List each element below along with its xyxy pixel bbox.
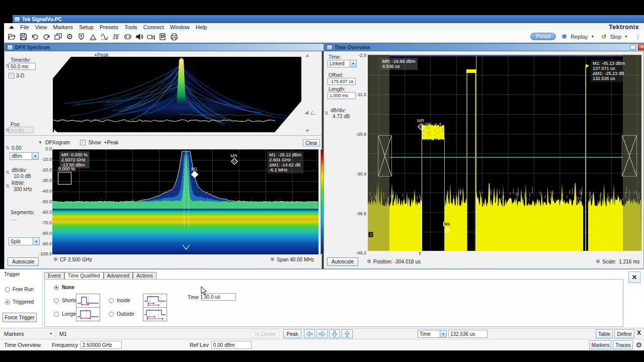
tab-actions[interactable]: Actions: [133, 272, 156, 279]
dpxogram-autoscale-button[interactable]: Autoscale: [8, 257, 39, 266]
spectrum-icon[interactable]: [88, 32, 98, 41]
next-peak-button[interactable]: [316, 329, 328, 338]
none-radio[interactable]: None: [54, 285, 74, 290]
title-bar[interactable]: Tek SignalVu-PC: [13, 15, 644, 23]
threed-checkbox[interactable]: ✓ 3-D: [9, 73, 24, 78]
threshold-line[interactable]: [389, 157, 623, 158]
stop-button[interactable]: Stop: [610, 34, 621, 40]
timediv-input[interactable]: 50.0 ms: [9, 63, 36, 70]
peak-button[interactable]: Peak: [283, 329, 301, 338]
offset-input[interactable]: -175.837 us: [328, 78, 356, 85]
marker-readout-type-select[interactable]: Time▼: [418, 330, 447, 338]
reflev-input[interactable]: 0.00 dBm: [211, 341, 252, 349]
menu-help[interactable]: Help: [193, 24, 210, 31]
lower-peak-button[interactable]: [329, 329, 340, 338]
stop-dropdown-icon[interactable]: ▼: [624, 35, 628, 38]
reflevel-spinner-icon[interactable]: ⇅: [6, 145, 10, 150]
eject-icon[interactable]: [9, 26, 14, 29]
settings-gear-icon[interactable]: ⚙: [65, 32, 74, 41]
tab-event[interactable]: Event: [44, 272, 64, 279]
status-settings-gear-icon[interactable]: ⚙: [635, 341, 642, 349]
tab-time-qualified[interactable]: Time Qualified: [64, 272, 104, 279]
clear-button[interactable]: Clear: [303, 139, 320, 146]
markers-dropdown-icon[interactable]: ▼: [49, 332, 53, 335]
region-badge[interactable]: 2: [368, 232, 373, 237]
position-readout[interactable]: Position: -304.018 us: [373, 259, 421, 264]
tile-windows-icon[interactable]: [53, 32, 63, 41]
restore-window-icon[interactable]: [630, 45, 636, 50]
inside-radio[interactable]: Inside: [109, 298, 130, 303]
splitter[interactable]: [5, 135, 321, 136]
menu-view[interactable]: View: [32, 24, 50, 31]
print-icon[interactable]: [169, 32, 179, 41]
analysis-length-bar[interactable]: [389, 55, 623, 56]
status-traces-button[interactable]: Traces: [613, 340, 633, 349]
rbw-spinner-icon[interactable]: ⇅: [6, 184, 10, 189]
show-checkbox[interactable]: ✓: [80, 140, 86, 145]
scroll-down-icon[interactable]: [305, 130, 309, 132]
triggered-radio[interactable]: Triggered: [5, 299, 34, 305]
undo-icon[interactable]: [30, 32, 40, 41]
rotate-3d-icon[interactable]: [304, 111, 308, 114]
frequency-input[interactable]: 2.50000 GHz: [80, 341, 122, 349]
tab-advanced[interactable]: Advanced: [104, 272, 133, 279]
selected-marker[interactable]: M1: [59, 331, 67, 337]
to-marker-m1-chip[interactable]: M1: [443, 222, 451, 226]
cf-label[interactable]: CF 2.500 GHz: [60, 257, 92, 262]
camera-icon[interactable]: [146, 32, 155, 41]
right-region-handle[interactable]: [622, 135, 637, 176]
p-flag-icon[interactable]: [157, 32, 167, 41]
outside-radio[interactable]: Outside: [109, 311, 134, 317]
pan-icon[interactable]: ⊕: [367, 258, 371, 264]
pan-icon[interactable]: ⊕: [270, 256, 274, 262]
threed-checkbox-box[interactable]: ✓: [9, 73, 14, 78]
span-label[interactable]: Span 40.00 MHz: [277, 257, 314, 262]
status-markers-button[interactable]: Markers: [589, 340, 611, 349]
dpxogram-plot[interactable]: MR: 0.000 % 2.5072 GHz -13.50 dBm 0.000 …: [52, 149, 318, 254]
eye-diagram-icon[interactable]: [123, 32, 132, 41]
scale-readout[interactable]: Scale: 1.216 ms: [602, 259, 640, 264]
split-select[interactable]: Split▼: [9, 237, 40, 245]
table-button[interactable]: Table: [596, 329, 613, 338]
prev-peak-button[interactable]: [304, 329, 315, 338]
dbdiv-value[interactable]: 10.0 dB: [14, 173, 31, 179]
pan-icon[interactable]: ⊕: [53, 256, 57, 262]
longer-radio[interactable]: Longer: [54, 311, 77, 317]
audio-speaker-icon[interactable]: [134, 32, 144, 41]
free-run-radio[interactable]: Free Run: [5, 287, 34, 292]
marker-tool-icon[interactable]: [76, 32, 86, 41]
higher-peak-button[interactable]: [342, 329, 353, 338]
pan-icon[interactable]: ⊕: [596, 258, 600, 264]
replay-button[interactable]: Replay: [571, 34, 588, 40]
shorter-radio[interactable]: Shorter: [54, 298, 78, 303]
dbdiv-spinner-icon[interactable]: ⇅: [6, 170, 10, 175]
redo-icon[interactable]: [42, 32, 51, 41]
menu-connect[interactable]: Connect: [140, 24, 167, 31]
length-input[interactable]: 1.000 ms: [328, 92, 356, 99]
menu-presets[interactable]: Presets: [97, 24, 121, 31]
rbw-value[interactable]: 300 kHz: [14, 187, 32, 192]
ref-level-value[interactable]: 0.00: [12, 145, 21, 151]
menu-file[interactable]: File: [17, 24, 32, 31]
marker-value-input[interactable]: 132.536 us: [448, 330, 488, 338]
time-overview-plot[interactable]: MR: -19.89 dBm 4.536 us M1: -45.13 dBm 1…: [368, 55, 641, 251]
replay-dropdown-icon[interactable]: ▼: [591, 35, 594, 38]
menu-tools[interactable]: Tools: [121, 24, 140, 31]
to-autoscale-button[interactable]: Autoscale: [327, 257, 358, 266]
collapse-icon[interactable]: ▼: [38, 140, 42, 145]
menu-markers[interactable]: Markers: [50, 24, 76, 31]
unit-select[interactable]: dBm▼: [10, 152, 39, 160]
pulse-icon[interactable]: [111, 32, 121, 41]
force-trigger-button[interactable]: Force Trigger: [3, 313, 37, 322]
scroll-up-icon[interactable]: [305, 54, 309, 57]
tilt-3d-icon[interactable]: [310, 111, 318, 115]
left-region-handle[interactable]: [378, 135, 392, 176]
time-overview-header[interactable]: Time Overview ✕: [324, 43, 644, 51]
menu-setup[interactable]: Setup: [76, 24, 97, 31]
waveform-icon[interactable]: [100, 32, 109, 41]
toolbar-overflow-icon[interactable]: ⋮: [635, 33, 641, 40]
time-select[interactable]: Linked▼: [328, 60, 357, 67]
dpxogram-zoom-box[interactable]: [58, 172, 71, 185]
dbdiv-spinner-icon[interactable]: ⇅: [325, 111, 329, 116]
to-dbdiv-value[interactable]: 4.72 dB: [333, 114, 350, 119]
